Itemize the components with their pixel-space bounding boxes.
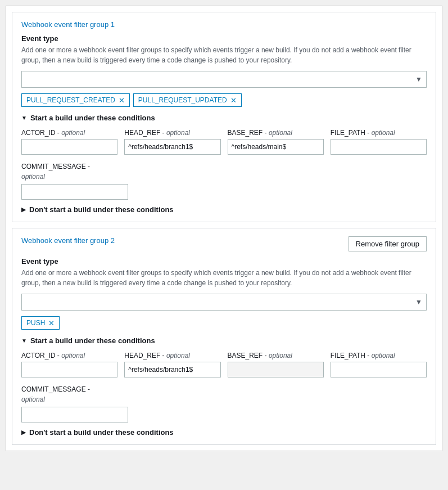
dont-start-arrow-1: ▶ — [21, 206, 26, 213]
dont-start-label-1: Don't start a build under these conditio… — [29, 205, 174, 214]
tags-container-1: PULL_REQUEST_CREATED ✕ PULL_REQUEST_UPDA… — [21, 93, 427, 107]
event-type-dropdown-wrapper-2: PUSH PULL_REQUEST_CREATED PULL_REQUEST_U… — [21, 294, 427, 311]
remove-filter-group-button[interactable]: Remove filter group — [349, 236, 427, 251]
fields-grid-1: ACTOR_ID - optional HEAD_REF - optional … — [21, 129, 427, 155]
field-head-ref-label-2: HEAD_REF - optional — [124, 352, 220, 359]
commit-input-1[interactable] — [21, 184, 128, 200]
dont-start-header-1[interactable]: ▶ Don't start a build under these condit… — [21, 205, 427, 214]
commit-section-2: COMMIT_MESSAGE - optional — [21, 384, 427, 422]
event-type-select-1[interactable]: PUSH PULL_REQUEST_CREATED PULL_REQUEST_U… — [21, 71, 427, 88]
field-base-ref-input-1[interactable] — [228, 139, 324, 155]
field-actor-id-label-1: ACTOR_ID - optional — [21, 129, 117, 137]
field-head-ref-input-2[interactable] — [124, 362, 220, 377]
field-head-ref-2: HEAD_REF - optional — [124, 352, 220, 377]
field-base-ref-label-2: BASE_REF - optional — [228, 352, 324, 359]
field-base-ref-label-1: BASE_REF - optional — [228, 129, 324, 137]
dont-start-2: ▶ Don't start a build under these condit… — [21, 428, 427, 437]
field-head-ref-1: HEAD_REF - optional — [124, 129, 220, 155]
field-base-ref-2: BASE_REF - optional — [228, 352, 324, 377]
commit-input-2[interactable] — [21, 407, 128, 422]
event-type-select-2[interactable]: PUSH PULL_REQUEST_CREATED PULL_REQUEST_U… — [21, 294, 427, 311]
event-type-label-2: Event type — [21, 257, 427, 266]
field-file-path-label-2: FILE_PATH - optional — [331, 352, 427, 359]
field-file-path-input-1[interactable] — [331, 139, 427, 155]
group-title-1: Webhook event filter group 1 — [21, 20, 115, 29]
start-conditions-1: ▼ Start a build under these conditions A… — [21, 114, 427, 200]
field-actor-id-label-2: ACTOR_ID - optional — [21, 352, 117, 359]
field-actor-id-1: ACTOR_ID - optional — [21, 129, 117, 155]
tag-push: PUSH ✕ — [21, 316, 60, 330]
start-conditions-label-1: Start a build under these conditions — [30, 114, 155, 122]
start-conditions-arrow-1: ▼ — [21, 115, 27, 121]
field-actor-id-input-2[interactable] — [21, 362, 117, 377]
tag-pr-updated-label: PULL_REQUEST_UPDATED — [138, 96, 227, 104]
event-type-dropdown-wrapper-1: PUSH PULL_REQUEST_CREATED PULL_REQUEST_U… — [21, 71, 427, 88]
tags-container-2: PUSH ✕ — [21, 316, 427, 330]
field-file-path-2: FILE_PATH - optional — [331, 352, 427, 377]
event-type-label-1: Event type — [21, 34, 427, 43]
event-type-desc-2: Add one or more a webhook event filter g… — [21, 268, 427, 288]
start-conditions-arrow-2: ▼ — [21, 338, 27, 344]
filter-group-2: Webhook event filter group 2 Remove filt… — [12, 228, 436, 445]
tag-pr-created-label: PULL_REQUEST_CREATED — [26, 96, 115, 104]
dont-start-1: ▶ Don't start a build under these condit… — [21, 205, 427, 214]
filter-group-1: Webhook event filter group 1 Event type … — [12, 12, 436, 222]
group-header-1: Webhook event filter group 1 — [21, 20, 427, 29]
dont-start-arrow-2: ▶ — [21, 429, 26, 435]
tag-push-close[interactable]: ✕ — [48, 320, 55, 327]
tag-pr-created: PULL_REQUEST_CREATED ✕ — [21, 93, 130, 107]
field-actor-id-input-1[interactable] — [21, 139, 117, 155]
tag-pr-updated: PULL_REQUEST_UPDATED ✕ — [133, 93, 242, 107]
field-actor-id-2: ACTOR_ID - optional — [21, 352, 117, 377]
field-file-path-input-2[interactable] — [331, 362, 427, 377]
event-type-desc-1: Add one or more a webhook event filter g… — [21, 45, 427, 65]
commit-section-1: COMMIT_MESSAGE - optional — [21, 161, 427, 200]
tag-pr-created-close[interactable]: ✕ — [119, 97, 125, 104]
field-base-ref-input-2[interactable] — [228, 362, 324, 377]
fields-grid-2: ACTOR_ID - optional HEAD_REF - optional … — [21, 352, 427, 377]
tag-push-label: PUSH — [26, 319, 45, 327]
commit-label-2: COMMIT_MESSAGE - optional — [21, 384, 427, 404]
group-header-2: Webhook event filter group 2 Remove filt… — [21, 236, 427, 251]
dont-start-label-2: Don't start a build under these conditio… — [29, 428, 174, 437]
start-conditions-label-2: Start a build under these conditions — [30, 336, 155, 345]
tag-pr-updated-close[interactable]: ✕ — [230, 97, 237, 104]
field-head-ref-label-1: HEAD_REF - optional — [124, 129, 220, 137]
start-conditions-header-1[interactable]: ▼ Start a build under these conditions — [21, 114, 427, 122]
field-head-ref-input-1[interactable] — [124, 139, 220, 155]
group-title-2: Webhook event filter group 2 — [21, 236, 115, 245]
field-base-ref-1: BASE_REF - optional — [228, 129, 324, 155]
page-wrapper: Webhook event filter group 1 Event type … — [6, 6, 442, 451]
start-conditions-header-2[interactable]: ▼ Start a build under these conditions — [21, 336, 427, 345]
field-file-path-1: FILE_PATH - optional — [331, 129, 427, 155]
commit-label-1: COMMIT_MESSAGE - optional — [21, 161, 427, 182]
start-conditions-2: ▼ Start a build under these conditions A… — [21, 336, 427, 422]
dont-start-header-2[interactable]: ▶ Don't start a build under these condit… — [21, 428, 427, 437]
field-file-path-label-1: FILE_PATH - optional — [331, 129, 427, 137]
